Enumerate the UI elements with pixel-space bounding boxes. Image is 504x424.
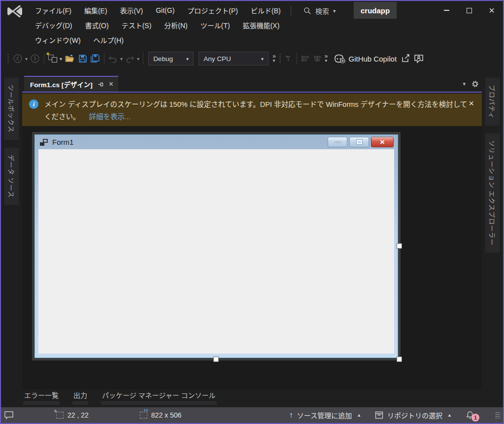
- form-title: Form1: [52, 138, 73, 146]
- form-close-button: ×: [371, 137, 394, 147]
- document-tab-strip: Form1.cs [デザイン] × ▾: [22, 76, 482, 93]
- pin-icon[interactable]: [98, 81, 104, 88]
- menu-help[interactable]: ヘルプ(H): [87, 33, 130, 47]
- menu-file[interactable]: ファイル(F): [29, 3, 78, 17]
- menu-tools[interactable]: ツール(T): [194, 18, 236, 32]
- save-all-button[interactable]: [89, 51, 101, 66]
- toolbar-grip[interactable]: [7, 53, 9, 64]
- add-to-source-control-button[interactable]: ↑ ソース管理に追加 ▲: [289, 410, 361, 420]
- status-bar: + 22 , 22 ↦ 822 x 506 ↑ ソース管理に追加 ▲ リポジトリ…: [1, 407, 503, 423]
- minimize-button[interactable]: [435, 1, 458, 20]
- notification-badge: 1: [471, 414, 479, 422]
- scaling-infobar: i メイン ディスプレイのスケーリングは 150% に設定されています。DPI …: [22, 94, 482, 126]
- window-title: crudapp: [354, 2, 397, 19]
- search-dropdown-icon[interactable]: ▾: [333, 8, 336, 14]
- toolbar-overflow-button[interactable]: » ▾: [325, 54, 328, 63]
- maximize-icon: [467, 8, 472, 13]
- undo-dropdown-icon[interactable]: ▾: [119, 56, 124, 62]
- chevron-down-icon: ▾: [261, 56, 264, 62]
- solution-platform-select[interactable]: Any CPU ▾: [199, 52, 269, 65]
- close-icon: ×: [489, 5, 495, 15]
- search-label: 検索: [315, 6, 329, 16]
- cursor-position-indicator: + 22 , 22: [56, 411, 89, 419]
- rail-tab-solution-explorer[interactable]: ソリューション エクスプローラー: [485, 133, 500, 253]
- menu-view[interactable]: 表示(V): [114, 3, 150, 17]
- infobar-close-icon[interactable]: ×: [469, 98, 474, 109]
- position-value: 22 , 22: [67, 411, 89, 419]
- toolbar-overflow-button[interactable]: » ▾: [272, 54, 275, 63]
- chevron-down-icon: ▾: [186, 56, 189, 62]
- menu-debug[interactable]: デバッグ(D): [29, 18, 78, 32]
- toolbar-separator: [143, 53, 143, 65]
- maximize-button[interactable]: [458, 1, 480, 20]
- designer-options-gear-icon[interactable]: [471, 80, 479, 88]
- tab-strip-controls: ▾: [463, 76, 479, 92]
- minimize-icon: [444, 10, 449, 11]
- infobar-details-link[interactable]: 詳細を表示...: [89, 113, 131, 121]
- close-button[interactable]: ×: [480, 1, 503, 20]
- menu-window[interactable]: ウィンドウ(W): [29, 33, 87, 47]
- caret-up-icon: ▲: [357, 413, 361, 418]
- align-centers-button[interactable]: [311, 51, 323, 66]
- tab-package-manager-console[interactable]: パッケージ マネージャー コンソール: [101, 389, 217, 407]
- position-icon: +: [56, 412, 64, 419]
- github-copilot-icon[interactable]: [332, 51, 347, 66]
- resize-grip-icon[interactable]: [495, 412, 500, 419]
- send-feedback-button[interactable]: [412, 51, 425, 66]
- designer-surface[interactable]: Form1 ×: [22, 126, 482, 389]
- github-copilot-label[interactable]: GitHub Copilot: [349, 55, 397, 63]
- save-button[interactable]: [77, 51, 89, 66]
- notifications-button[interactable]: 1: [466, 411, 474, 420]
- form-title-bar: Form1 ×: [35, 135, 398, 149]
- start-debug-target-icon[interactable]: [283, 51, 294, 66]
- tab-error-list[interactable]: エラー一覧: [23, 389, 60, 407]
- redo-button[interactable]: [124, 51, 136, 66]
- search-box[interactable]: 検索 ▾: [300, 4, 340, 18]
- resize-handle-right[interactable]: [397, 243, 402, 249]
- caret-up-icon: ▲: [447, 413, 452, 418]
- select-repository-button[interactable]: リポジトリの選択 ▲: [375, 410, 452, 420]
- navigate-forward-button[interactable]: [29, 51, 41, 66]
- menu-format[interactable]: 書式(O): [78, 18, 115, 32]
- new-project-button[interactable]: *: [47, 51, 59, 66]
- menu-analyze[interactable]: 分析(N): [158, 18, 194, 32]
- form-window-buttons: ×: [328, 137, 394, 147]
- control-size-indicator: ↦ 822 x 506: [140, 411, 182, 419]
- tab-list-dropdown-icon[interactable]: ▾: [463, 81, 466, 87]
- menu-git[interactable]: Git(G): [149, 4, 181, 16]
- toolbar-grip[interactable]: [279, 53, 281, 64]
- rail-tab-data-sources[interactable]: データ ソース: [4, 148, 19, 205]
- window-controls: ×: [435, 1, 503, 20]
- navigate-back-button[interactable]: [11, 51, 24, 66]
- tab-output[interactable]: 出力: [72, 389, 88, 407]
- align-lefts-button[interactable]: [300, 51, 311, 66]
- rail-tab-toolbox[interactable]: ツールボックス: [4, 78, 19, 140]
- menu-build[interactable]: ビルド(B): [244, 3, 287, 17]
- resize-handle-bottom[interactable]: [213, 357, 219, 362]
- right-tool-rail: プロパティ ソリューション エクスプローラー: [482, 70, 503, 389]
- new-project-dropdown-icon[interactable]: ▾: [59, 56, 63, 62]
- resize-handle-bottom-right[interactable]: [397, 357, 402, 362]
- menu-row-1: ファイル(F) 編集(E) 表示(V) Git(G) プロジェクト(P) ビルド…: [29, 3, 287, 18]
- close-tab-icon[interactable]: ×: [109, 80, 113, 89]
- rail-tab-properties[interactable]: プロパティ: [485, 78, 500, 126]
- redo-dropdown-icon[interactable]: ▾: [136, 56, 140, 62]
- form-maximize-icon: [357, 140, 362, 144]
- designed-form[interactable]: Form1 ×: [32, 132, 401, 360]
- undo-button[interactable]: [107, 51, 119, 66]
- form-minimize-button: [328, 137, 347, 147]
- share-button[interactable]: [400, 51, 412, 66]
- navigate-back-dropdown-icon[interactable]: ▾: [24, 56, 29, 62]
- toolbar-separator: [104, 53, 104, 65]
- form-close-icon: ×: [380, 138, 385, 146]
- menu-test[interactable]: テスト(S): [115, 18, 158, 32]
- document-tab-form1-design[interactable]: Form1.cs [デザイン] ×: [24, 76, 118, 92]
- feedback-button[interactable]: [4, 411, 14, 420]
- menu-edit[interactable]: 編集(E): [78, 3, 114, 17]
- form-client-area[interactable]: [38, 149, 394, 354]
- open-file-button[interactable]: [63, 51, 77, 66]
- solution-configuration-select[interactable]: Debug ▾: [148, 52, 194, 65]
- form-minimize-icon: [335, 141, 341, 143]
- menu-project[interactable]: プロジェクト(P): [181, 3, 244, 17]
- menu-extensions[interactable]: 拡張機能(X): [236, 18, 286, 32]
